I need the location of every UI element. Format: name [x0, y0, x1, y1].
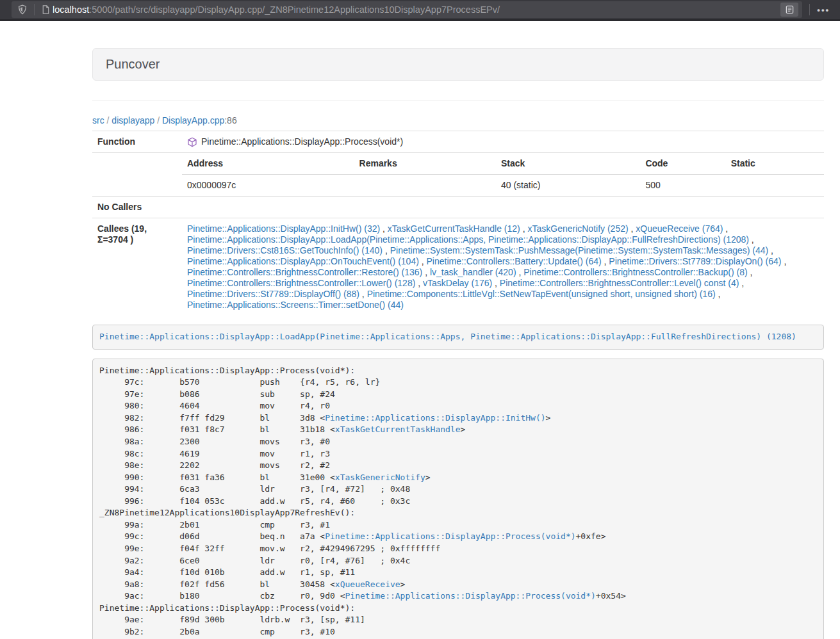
breadcrumb-item[interactable]: src: [92, 115, 104, 125]
shield-icon[interactable]: [15, 4, 29, 15]
highlighted-symbol-link[interactable]: Pinetime::Applications::DisplayApp::Load…: [99, 332, 796, 341]
callee-link[interactable]: Pinetime::Applications::DisplayApp::Init…: [187, 223, 380, 234]
callee-link[interactable]: Pinetime::Applications::DisplayApp::OnTo…: [187, 256, 419, 266]
divider: [92, 100, 824, 101]
callee-link[interactable]: Pinetime::Controllers::Battery::Update()…: [427, 256, 602, 266]
callees-row: Callees (19, Σ=3704 ) Pinetime::Applicat…: [92, 218, 824, 316]
reader-mode-icon[interactable]: [780, 3, 798, 17]
callee-link[interactable]: xTaskGetCurrentTaskHandle (12): [388, 223, 520, 234]
asm-symbol-link[interactable]: Pinetime::Applications::DisplayApp::Proc…: [345, 591, 596, 601]
asm-symbol-link[interactable]: xTaskGenericNotify: [335, 473, 425, 482]
function-row-label: Function: [92, 131, 182, 153]
callee-link[interactable]: Pinetime::Controllers::BrightnessControl…: [187, 267, 422, 277]
no-callers-label: No Callers: [92, 197, 182, 218]
function-cube-icon: [187, 137, 197, 147]
callee-link[interactable]: xTaskGenericNotify (252): [527, 223, 628, 234]
callee-link[interactable]: Pinetime::Components::LittleVgl::SetNewT…: [367, 289, 716, 299]
asm-symbol-link[interactable]: xQueueReceive: [335, 579, 400, 589]
breadcrumb-separator: /: [104, 115, 112, 125]
asm-symbol-link[interactable]: xTaskGetCurrentTaskHandle: [335, 425, 461, 434]
asm-symbol-link[interactable]: Pinetime::Applications::DisplayApp::Init…: [325, 413, 545, 423]
callees-list: Pinetime::Applications::DisplayApp::Init…: [182, 218, 824, 316]
callee-link[interactable]: lv_task_handler (420): [430, 267, 516, 277]
toolbar-separator: [34, 4, 35, 15]
stack-value: 40 (static): [496, 175, 640, 197]
col-header-stack: Stack: [496, 153, 640, 175]
function-table: Function Pinetime::Applications::Display…: [92, 131, 824, 316]
address-value: 0x0000097c: [182, 175, 354, 197]
breadcrumb-item: :86: [224, 115, 236, 125]
callee-link[interactable]: Pinetime::Controllers::BrightnessControl…: [187, 278, 415, 288]
code-value: 500: [640, 175, 725, 197]
browser-toolbar: localhost:5000/path/src/displayapp/Displ…: [0, 0, 840, 21]
callee-link[interactable]: Pinetime::Applications::Screens::Timer::…: [187, 300, 404, 310]
col-header-address: Address: [182, 153, 354, 175]
callee-link[interactable]: Pinetime::Drivers::St7789::DisplayOn() (…: [609, 256, 781, 266]
breadcrumb-separator: /: [154, 115, 162, 125]
page-content: Puncover src / displayapp / DisplayApp.c…: [92, 48, 824, 639]
page-proxy-icon: [39, 4, 53, 15]
url-host: localhost: [53, 4, 89, 15]
callees-label: Callees (19, Σ=3704 ): [92, 218, 182, 316]
callee-link[interactable]: Pinetime::Drivers::Cst816S::GetTouchInfo…: [187, 245, 383, 255]
asm-symbol-link[interactable]: Pinetime::Applications::DisplayApp::Proc…: [325, 531, 575, 541]
col-header-code: Code: [640, 153, 725, 175]
function-name: Pinetime::Applications::DisplayApp::Proc…: [201, 136, 403, 147]
breadcrumb: src / displayapp / DisplayApp.cpp:86: [92, 114, 824, 127]
callee-link[interactable]: Pinetime::Controllers::BrightnessControl…: [500, 278, 739, 288]
stats-row: Address Remarks Stack Code Static 0x0000…: [92, 153, 824, 197]
col-header-remarks: Remarks: [354, 153, 496, 175]
callee-link[interactable]: Pinetime::Controllers::BrightnessControl…: [523, 267, 747, 277]
url-text[interactable]: localhost:5000/path/src/displayapp/Displ…: [53, 4, 775, 15]
col-header-static: Static: [726, 153, 824, 175]
url-bar[interactable]: localhost:5000/path/src/displayapp/Displ…: [12, 1, 802, 18]
stats-table: Address Remarks Stack Code Static 0x0000…: [182, 153, 824, 196]
callee-link[interactable]: Pinetime::System::SystemTask::PushMessag…: [390, 245, 769, 255]
url-path: :5000/path/src/displayapp/DisplayApp.cpp…: [89, 4, 500, 15]
page-header: Puncover: [92, 48, 824, 81]
toolbar-separator-right: [809, 4, 810, 15]
stats-values-row: 0x0000097c 40 (static) 500: [182, 175, 824, 197]
function-row: Function Pinetime::Applications::Display…: [92, 131, 824, 153]
page-actions-icon[interactable]: •••: [814, 5, 836, 15]
callee-link[interactable]: Pinetime::Applications::DisplayApp::Load…: [187, 234, 749, 245]
callee-link[interactable]: vTaskDelay (176): [423, 278, 492, 288]
breadcrumb-item[interactable]: displayapp: [111, 115, 154, 125]
static-value: [726, 175, 824, 197]
page-title: Puncover: [106, 57, 160, 71]
highlighted-symbol-block: Pinetime::Applications::DisplayApp::Load…: [92, 325, 824, 350]
disassembly-block: Pinetime::Applications::DisplayApp::Proc…: [92, 359, 824, 639]
callee-link[interactable]: Pinetime::Drivers::St7789::DisplayOff() …: [187, 289, 359, 299]
callee-link[interactable]: xQueueReceive (764): [636, 223, 723, 234]
no-callers-row: No Callers: [92, 197, 824, 218]
remarks-value: [354, 175, 496, 197]
breadcrumb-item[interactable]: DisplayApp.cpp: [162, 115, 224, 125]
